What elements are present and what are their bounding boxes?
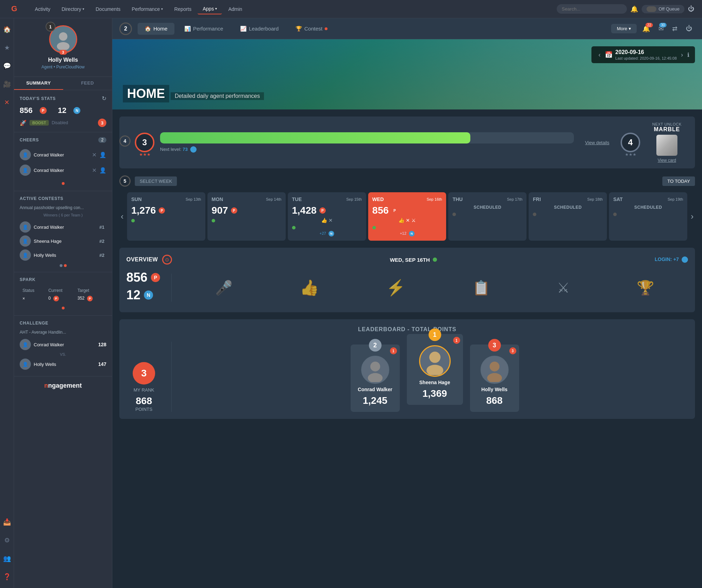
sidebar-star-icon[interactable]: ★ [1,42,13,53]
active-contests-section: ACTIVE CONTESTS Annual passholder upsell… [14,191,112,272]
power-icon[interactable]: ⏻ [686,3,696,15]
cheer-avatar: 👤 [20,149,31,160]
contest-rank-item: 👤 Conrad Walker #1 [20,220,106,234]
sidebar-video-icon[interactable]: 🎥 [1,79,13,90]
share-icon[interactable]: ⇄ [669,24,680,34]
refresh-icon[interactable]: ↻ [102,95,106,102]
cheers-title: CHEERS [20,138,39,142]
sidebar-ban-icon[interactable]: ✕ [1,97,13,108]
date-next-arrow[interactable]: › [680,51,684,59]
close-icon[interactable]: ✕ [406,218,410,223]
tab-home[interactable]: 🏠 Home [138,23,174,35]
date-prev-arrow[interactable]: ‹ [597,51,602,59]
leaderboard-section: LEADERBOARD - TOTAL POINTS 3 MY RANK 868… [119,319,695,419]
cheer-user-icon[interactable]: 👤 [99,152,106,158]
week-next-arrow[interactable]: › [689,192,695,241]
nav-reports[interactable]: Reports [169,4,196,14]
overview-n-points: 12 N [126,288,161,302]
challenge-player: 👤 Holly Wells 147 [20,357,106,371]
calendar-icon[interactable]: 📅 [605,51,612,59]
day-card-sat[interactable]: SAT Sep 19th SCHEDULED [609,192,687,241]
sidebar-help-icon[interactable]: ❓ [1,571,13,582]
day-card-header: THU Sep 17th [452,196,522,202]
cheer-remove-icon[interactable]: ✕ [92,152,97,158]
dot [60,264,62,267]
left-sidebar: 🏠 ★ 💬 🎥 ✕ 📥 ⚙ 👥 ❓ [0,18,14,588]
current-level-circle: 3 ★ ★ ★ [135,133,154,152]
rank-circle-1: 1 [429,328,441,341]
view-details-button[interactable]: View details [585,140,609,145]
day-card-sun[interactable]: SUN Sep 13th 1,276 P [127,192,205,241]
rank-badge-wrap: 2 [369,339,382,352]
nav-documents[interactable]: Documents [91,4,125,14]
overview-content: 856 P 12 N 🎤 👍 ⚡ 📋 ⚔ [126,270,688,305]
week-selector: 5 SELECT WEEK TO TODAY [119,175,695,187]
week-prev-arrow[interactable]: ‹ [119,192,125,241]
rank-avatar: 👤 [20,221,31,233]
to-today-button[interactable]: TO TODAY [662,176,695,186]
day-card-header: TUE Sep 15th [292,196,362,202]
cheer-user-icon[interactable]: 👤 [99,167,106,174]
clipboard-icon[interactable]: 📋 [472,280,490,296]
queue-toggle-button[interactable]: Off Queue [642,5,684,13]
sword-icon[interactable]: ⚔ [557,280,570,296]
date-display: 2020-09-16 Last updated: 2020-09-16, 12:… [615,49,677,60]
lightning-icon[interactable]: ⚡ [386,279,405,297]
nav-admin[interactable]: Admin [223,4,247,14]
tab-contest[interactable]: 🏆 Contest [289,23,335,35]
my-rank-section: 3 MY RANK 868 POINTS [126,362,161,412]
avatar-img [421,347,449,375]
n-badge: N [682,256,688,263]
status-dot [613,213,617,216]
tab-leaderboard[interactable]: 📈 Leaderboard [233,23,286,35]
svg-point-4 [429,352,441,363]
p-badge: P [151,273,160,282]
boost-count-badge: 3 [98,119,106,127]
sidebar-users-icon[interactable]: 👥 [1,553,13,564]
notification-icon[interactable]: 🔔 22 [640,24,653,34]
trophy-icon[interactable]: 🏆 [637,280,654,296]
rank-number: #2 [99,253,106,258]
nav-directory[interactable]: Directory ▾ [57,4,89,14]
sidebar-home-icon[interactable]: 🏠 [1,24,13,35]
thumbs-up-icon[interactable]: 👍 [398,218,404,223]
view-card-button[interactable]: View card [646,158,688,163]
close-icon[interactable]: ✕ [329,218,333,223]
thumbsup-icon[interactable]: 👍 [300,279,319,297]
sidebar-settings-icon[interactable]: ⚙ [1,535,13,546]
notification-bell-icon[interactable]: 🔔 [628,3,640,15]
spark-target-val: 352 P [75,295,106,302]
challenge-player: 👤 Conrad Walker 128 [20,338,106,352]
select-week-button[interactable]: SELECT WEEK [135,176,177,186]
day-card-fri[interactable]: FRI Sep 18th SCHEDULED [529,192,607,241]
my-points: 868 [126,395,161,407]
thumbs-up-icon[interactable]: 👍 [321,218,327,223]
info-icon[interactable]: ℹ [687,52,689,58]
search-input[interactable] [557,4,627,14]
day-card-tue[interactable]: TUE Sep 15th 1,428 P 👍 ✕ + [288,192,366,241]
mic-icon[interactable]: 🎤 [215,280,233,296]
sword-icon[interactable]: ⚔ [411,218,416,223]
sidebar-chat-icon[interactable]: 💬 [1,60,13,72]
todays-stats-section: TODAY'S STATS ↻ 856 P 12 N 🚀 BOOST Disab… [14,90,112,132]
tab-feed[interactable]: FEED [63,77,112,90]
cheer-remove-icon[interactable]: ✕ [92,167,97,174]
nav-activity[interactable]: Activity [30,4,55,14]
power-icon[interactable]: ⏻ [683,24,695,34]
nav-apps[interactable]: Apps ▾ [198,4,222,14]
day-card-thu[interactable]: THU Sep 17th SCHEDULED [448,192,526,241]
nav-performance[interactable]: Performance ▾ [127,4,168,14]
day-footer [131,219,201,222]
rank-badge-wrap: 3 [488,339,501,352]
day-card-mon[interactable]: MON Sep 14th 907 P [207,192,286,241]
podium: 2 1 Conrad Walker 1,245 [181,341,688,412]
day-card-wed[interactable]: WED Sep 16th 856 P 👍 ✕ ⚔ [368,192,446,241]
mail-icon[interactable]: ✉ 30 [656,24,667,34]
sidebar-inbox-icon[interactable]: 📥 [1,516,13,528]
panel-tabs: SUMMARY FEED [14,77,112,90]
queue-toggle-switch[interactable] [647,6,656,12]
tab-performance[interactable]: 📊 Performance [177,23,230,35]
tab-summary[interactable]: SUMMARY [14,77,63,90]
more-button[interactable]: More ▾ [611,24,637,33]
day-status: SCHEDULED [613,205,683,210]
